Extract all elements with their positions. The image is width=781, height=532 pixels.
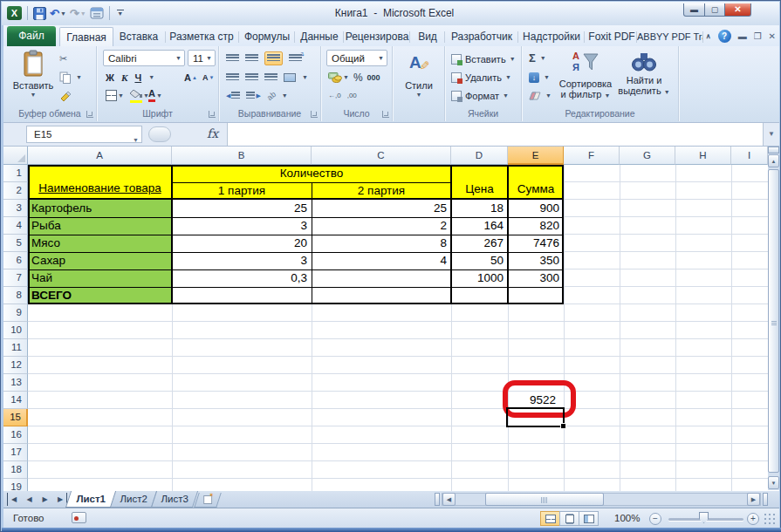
- row-header-10[interactable]: 10: [3, 322, 28, 339]
- tab-abbyy[interactable]: ABBYY PDF Tra: [637, 27, 703, 46]
- cell-d1-price-header[interactable]: Цена: [451, 165, 508, 200]
- paste-button[interactable]: Вставить▼: [10, 49, 56, 106]
- font-name-select[interactable]: Calibri▼: [103, 50, 185, 66]
- tab-home[interactable]: Главная: [59, 27, 113, 46]
- resize-grip[interactable]: [764, 513, 776, 525]
- currency-icon[interactable]: ▼: [328, 72, 349, 83]
- align-top-icon[interactable]: [226, 54, 239, 63]
- column-header-d[interactable]: D: [451, 147, 508, 165]
- wrap-text-icon[interactable]: ↴: [289, 54, 302, 63]
- touch-mode-icon[interactable]: [90, 7, 104, 19]
- scroll-right-icon[interactable]: ▶: [747, 493, 760, 506]
- last-sheet-icon[interactable]: ▶: [54, 493, 67, 506]
- fill-color-button[interactable]: ▼: [130, 89, 142, 103]
- row-header-1[interactable]: 1: [3, 165, 28, 182]
- cell-b4[interactable]: 3: [172, 217, 312, 235]
- row-header-8[interactable]: 8: [3, 287, 28, 304]
- cell-d6[interactable]: 50: [451, 252, 508, 269]
- horizontal-scroll-thumb[interactable]: [485, 493, 604, 506]
- zoom-level[interactable]: 100%: [614, 513, 640, 523]
- scroll-up-icon[interactable]: ▲: [768, 154, 779, 167]
- minimize-button[interactable]: ▬: [683, 3, 705, 17]
- clear-button[interactable]: ▼: [529, 87, 551, 104]
- format-painter-button[interactable]: [59, 87, 72, 104]
- close-button[interactable]: ✕: [724, 3, 751, 17]
- tab-file[interactable]: Файл: [7, 26, 56, 46]
- row-header-2[interactable]: 2: [3, 182, 28, 200]
- tab-developer[interactable]: Разработчик: [445, 27, 518, 46]
- row-header-13[interactable]: 13: [3, 374, 28, 392]
- cell-c6[interactable]: 4: [312, 252, 451, 269]
- active-cell-selection[interactable]: [506, 407, 565, 427]
- align-left-icon[interactable]: [226, 73, 239, 82]
- increase-decimal-icon[interactable]: ←,0: [328, 92, 341, 99]
- scroll-left-icon[interactable]: ◀: [442, 493, 456, 506]
- page-break-view-button[interactable]: [579, 511, 599, 526]
- cell-b2-batch1-header[interactable]: 1 партия: [172, 182, 312, 200]
- insert-function-icon[interactable]: fx: [207, 126, 218, 140]
- styles-button[interactable]: А✎ Стили▼: [399, 49, 439, 106]
- align-middle-icon[interactable]: [245, 54, 258, 63]
- sheet-tab-1[interactable]: Лист1: [65, 491, 116, 508]
- underline-button[interactable]: Ч: [134, 72, 141, 83]
- number-dialog-launcher-icon[interactable]: [382, 111, 389, 118]
- tab-formulas[interactable]: Формулы: [239, 27, 295, 46]
- cells-grid[interactable]: Наименование товара Количество Цена Сумм…: [28, 165, 768, 491]
- decrease-indent-icon[interactable]: ◀: [226, 92, 240, 100]
- insert-cells-button[interactable]: Вставить▼: [451, 51, 516, 67]
- merge-center-icon[interactable]: [284, 73, 296, 82]
- cell-e5[interactable]: 7476: [508, 235, 564, 252]
- zoom-in-icon[interactable]: +: [747, 513, 759, 525]
- cell-d7[interactable]: 1000: [451, 269, 508, 287]
- scroll-down-icon[interactable]: ▼: [768, 476, 779, 489]
- comma-style-icon[interactable]: 000: [367, 73, 380, 82]
- cell-a4[interactable]: Рыба: [28, 217, 172, 235]
- autosum-button[interactable]: Σ▼: [529, 50, 546, 66]
- zoom-slider-thumb[interactable]: [699, 512, 709, 523]
- cell-d4[interactable]: 164: [451, 217, 508, 235]
- cell-e7[interactable]: 300: [508, 269, 564, 287]
- cell-c4[interactable]: 2: [312, 217, 451, 235]
- cell-b5[interactable]: 20: [172, 235, 312, 252]
- align-right-icon[interactable]: [264, 73, 277, 82]
- column-header-f[interactable]: F: [564, 147, 620, 165]
- bold-button[interactable]: Ж: [106, 72, 114, 83]
- tab-insert[interactable]: Вставка: [113, 27, 164, 46]
- normal-view-button[interactable]: [540, 511, 560, 526]
- cell-a8[interactable]: ВСЕГО: [28, 287, 172, 304]
- maximize-button[interactable]: ▢: [704, 3, 725, 17]
- tab-review[interactable]: Рецензирова: [344, 27, 410, 46]
- tab-addins[interactable]: Надстройки: [518, 27, 585, 46]
- cell-b6[interactable]: 3: [172, 252, 312, 269]
- row-header-19[interactable]: 19: [3, 479, 28, 491]
- column-header-g[interactable]: G: [620, 147, 675, 165]
- cell-a1-name-header[interactable]: Наименование товара: [28, 165, 172, 200]
- row-header-5[interactable]: 5: [3, 235, 28, 252]
- cell-a6[interactable]: Сахар: [28, 252, 172, 269]
- row-header-16[interactable]: 16: [3, 426, 28, 444]
- align-center-icon[interactable]: [245, 73, 258, 82]
- cell-c2-batch2-header[interactable]: 2 партия: [312, 182, 451, 200]
- align-bottom-icon[interactable]: [264, 51, 283, 65]
- workbook-minimize-icon[interactable]: ▬: [738, 31, 747, 41]
- vertical-scroll-thumb[interactable]: [768, 169, 779, 473]
- column-header-a[interactable]: A: [28, 147, 172, 165]
- row-header-9[interactable]: 9: [3, 304, 28, 322]
- sheet-tab-2[interactable]: Лист2: [110, 491, 157, 508]
- formula-input[interactable]: [227, 123, 763, 146]
- name-box[interactable]: E15▼: [26, 126, 142, 143]
- cut-button[interactable]: ✂: [59, 51, 67, 67]
- tab-foxit[interactable]: Foxit PDF: [585, 27, 639, 46]
- prev-sheet-icon[interactable]: ◀: [23, 493, 36, 506]
- cell-e1-sum-header[interactable]: Сумма: [508, 165, 564, 200]
- tab-page-layout[interactable]: Разметка стр: [164, 27, 239, 46]
- cell-b1-qty-header[interactable]: Количество: [172, 165, 451, 182]
- row-header-6[interactable]: 6: [3, 252, 28, 269]
- redo-button[interactable]: ↷▼: [70, 7, 86, 20]
- sort-filter-button[interactable]: АЯ Сортировкаи фильтр ▼: [555, 49, 616, 106]
- macro-record-icon[interactable]: [72, 512, 86, 523]
- percent-icon[interactable]: %: [353, 72, 363, 84]
- tab-view[interactable]: Вид: [410, 27, 445, 46]
- row-header-14[interactable]: 14: [3, 392, 28, 409]
- cell-a5[interactable]: Мясо: [28, 235, 172, 252]
